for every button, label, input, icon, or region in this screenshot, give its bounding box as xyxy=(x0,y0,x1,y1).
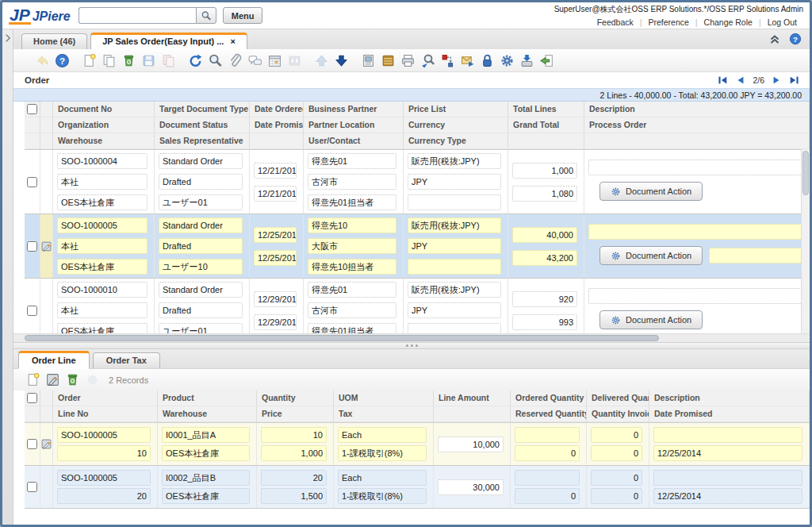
col-header[interactable]: Quantity Invoiced xyxy=(587,406,649,422)
close-tab-icon[interactable]: × xyxy=(230,37,235,46)
col-header[interactable]: Total Lines xyxy=(508,102,584,117)
warehouse-field[interactable]: OES本社倉庫 xyxy=(57,323,147,333)
price-list-field[interactable]: 販売用(税抜:JPY) xyxy=(408,282,501,298)
warehouse-field[interactable]: OES本社倉庫 xyxy=(57,194,147,210)
delete-record-icon[interactable] xyxy=(121,53,136,68)
row-select-checkbox[interactable] xyxy=(27,241,37,252)
business-partner-field[interactable]: 得意先10 xyxy=(308,217,396,233)
user-contact-field[interactable]: 得意先10担当者 xyxy=(308,259,396,275)
help-icon[interactable]: ? xyxy=(55,53,70,68)
col-header[interactable]: Line Amount xyxy=(434,390,511,406)
edit-record-icon[interactable] xyxy=(45,372,60,387)
new-record-icon[interactable] xyxy=(82,53,97,68)
col-header[interactable]: Ordered Quantity xyxy=(511,390,587,406)
edit-record-icon[interactable] xyxy=(40,438,52,450)
currency-field[interactable]: JPY xyxy=(408,238,501,254)
tab-order-line[interactable]: Order Line xyxy=(18,351,90,369)
col-header[interactable]: Grand Total xyxy=(508,117,584,133)
new-record-icon[interactable] xyxy=(25,372,40,387)
doc-type-field[interactable]: Standard Order xyxy=(159,153,243,169)
organization-field[interactable]: 本社 xyxy=(57,302,147,318)
vertical-scrollbar-thumb[interactable] xyxy=(802,151,809,195)
search-input[interactable] xyxy=(79,7,196,24)
total-lines-field[interactable]: 920 xyxy=(512,291,577,307)
col-header[interactable]: Document Status xyxy=(155,117,250,133)
doc-status-field[interactable]: Drafted xyxy=(159,174,243,190)
jpiere-logo[interactable]: JP JPiere xyxy=(9,7,71,25)
col-header[interactable]: Currency Type xyxy=(404,133,508,149)
col-header[interactable]: Price List xyxy=(404,102,508,117)
description-field[interactable] xyxy=(653,427,802,443)
col-header[interactable]: Target Document Type xyxy=(155,102,250,117)
doc-status-field[interactable]: Drafted xyxy=(159,238,243,254)
col-header[interactable]: User/Contact xyxy=(304,133,404,149)
log-out-link[interactable]: Log Out xyxy=(761,17,803,27)
reserved-qty-field[interactable]: 0 xyxy=(515,445,580,461)
col-header[interactable]: Description xyxy=(584,102,810,117)
feedback-link[interactable]: Feedback xyxy=(591,17,640,27)
order-line-row[interactable]: SOO-1000005 20 I0002_品目B OES本社倉庫 20 1,50… xyxy=(25,466,810,509)
description-field[interactable] xyxy=(653,470,802,486)
order-field[interactable]: SOO-1000005 xyxy=(57,427,151,443)
refresh-icon[interactable] xyxy=(188,53,203,68)
organization-field[interactable]: 本社 xyxy=(57,174,147,190)
col-header[interactable]: Line No xyxy=(53,406,158,422)
col-header[interactable] xyxy=(250,133,304,149)
col-header[interactable]: UOM xyxy=(334,390,434,406)
process-icon[interactable] xyxy=(500,53,515,68)
col-header[interactable]: Tax xyxy=(334,406,434,422)
doc-type-field[interactable]: Standard Order xyxy=(159,217,243,233)
col-header[interactable]: Sales Representative xyxy=(155,133,250,149)
quantity-field[interactable]: 10 xyxy=(261,427,327,443)
doc-type-field[interactable]: Standard Order xyxy=(159,282,243,298)
process-order-field[interactable] xyxy=(709,248,802,264)
col-header[interactable]: Warehouse xyxy=(53,133,155,149)
tab-sales-order[interactable]: JP Sales Order(Easy Input) ...× xyxy=(90,33,247,49)
grand-total-field[interactable]: 993 xyxy=(512,314,577,330)
detail-record-icon[interactable] xyxy=(334,53,349,68)
col-header[interactable]: Business Partner xyxy=(304,102,404,117)
ordered-qty-field[interactable] xyxy=(515,427,580,443)
date-ordered-field[interactable]: 12/21/2014 xyxy=(254,163,297,179)
total-lines-field[interactable]: 1,000 xyxy=(512,163,577,179)
col-header[interactable]: Product xyxy=(158,390,257,406)
description-field[interactable] xyxy=(588,160,802,175)
grand-total-field[interactable]: 1,080 xyxy=(512,186,577,202)
col-header[interactable]: Delivered Quantity xyxy=(587,390,649,406)
warehouse-field[interactable]: OES本社倉庫 xyxy=(57,259,147,275)
date-promised-field[interactable]: 12/25/2014 xyxy=(653,488,802,504)
business-partner-field[interactable]: 得意先01 xyxy=(308,282,396,298)
grand-total-field[interactable]: 43,200 xyxy=(512,250,577,266)
col-header[interactable]: Date Ordered xyxy=(250,102,304,117)
line-no-field[interactable]: 20 xyxy=(57,488,151,504)
col-header[interactable]: Date Promised xyxy=(649,406,810,422)
attachment-icon[interactable] xyxy=(228,53,243,68)
requery-icon[interactable] xyxy=(420,53,435,68)
order-row-selected[interactable]: SOO-1000005 本社 OES本社倉庫 Standard Order Dr… xyxy=(25,214,810,279)
tab-order-tax[interactable]: Order Tax xyxy=(93,352,160,368)
date-promised-field[interactable]: 12/29/2014 xyxy=(254,314,297,330)
first-record-icon[interactable] xyxy=(717,75,729,86)
sales-rep-field[interactable]: ユーザー10 xyxy=(159,259,243,275)
archive-icon[interactable] xyxy=(381,53,396,68)
col-header[interactable]: Currency xyxy=(404,117,508,133)
find-icon[interactable] xyxy=(208,53,223,68)
horizontal-scrollbar-thumb[interactable] xyxy=(25,335,659,341)
tab-home[interactable]: Home (46) xyxy=(21,33,87,49)
reserved-qty-field[interactable]: 0 xyxy=(515,488,580,504)
copy-record-icon[interactable] xyxy=(102,53,117,68)
col-header[interactable] xyxy=(434,406,511,422)
menu-button[interactable]: Menu xyxy=(223,7,263,24)
document-action-button[interactable]: Document Action xyxy=(599,246,703,265)
delivered-qty-field[interactable]: 0 xyxy=(591,470,642,486)
previous-record-icon[interactable] xyxy=(734,75,746,86)
warehouse-field[interactable]: OES本社倉庫 xyxy=(162,445,250,461)
order-line-row-selected[interactable]: SOO-1000005 10 I0001_品目A OES本社倉庫 10 1,00… xyxy=(25,423,810,466)
order-field[interactable]: SOO-1000005 xyxy=(57,470,151,486)
document-no-field[interactable]: SOO-1000004 xyxy=(57,153,147,169)
currency-type-field[interactable] xyxy=(408,194,501,210)
change-role-link[interactable]: Change Role xyxy=(698,17,759,27)
col-header[interactable]: Partner Location xyxy=(304,117,404,133)
line-amount-field[interactable]: 10,000 xyxy=(438,437,504,452)
description-field[interactable] xyxy=(588,224,802,240)
